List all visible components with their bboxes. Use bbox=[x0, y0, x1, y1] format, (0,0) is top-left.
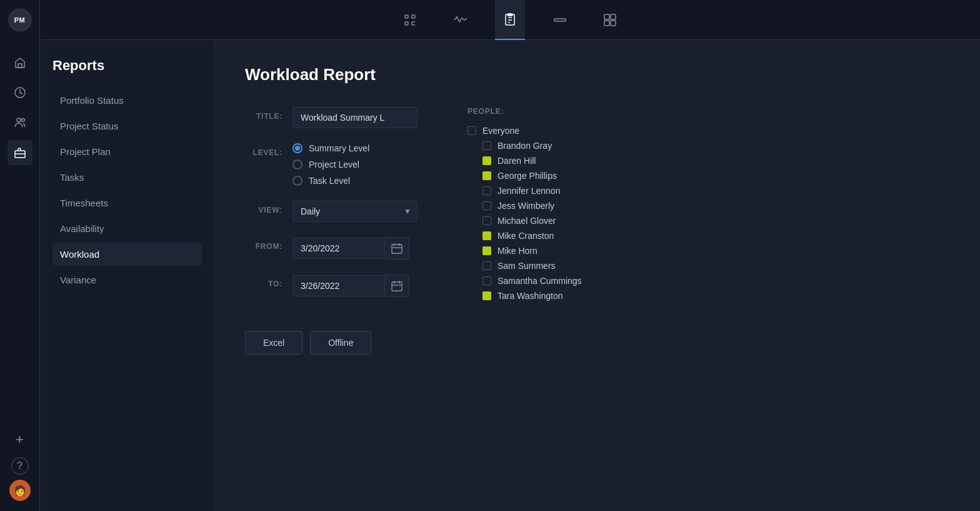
to-label: TO: bbox=[245, 275, 282, 288]
level-summary-label: Summary Level bbox=[309, 143, 369, 153]
svg-rect-10 bbox=[508, 14, 512, 16]
svg-point-18 bbox=[17, 118, 21, 122]
svg-rect-12 bbox=[604, 14, 609, 19]
clock-icon[interactable] bbox=[8, 80, 32, 105]
home-icon[interactable] bbox=[8, 50, 32, 75]
from-date-input[interactable] bbox=[292, 238, 385, 259]
top-nav: PM bbox=[0, 0, 980, 40]
person-jennifer-lennon[interactable]: Jennifer Lennon bbox=[468, 186, 642, 196]
scan-icon[interactable] bbox=[395, 0, 425, 40]
sam-summers-name: Sam Summers bbox=[498, 261, 556, 271]
add-icon[interactable]: + bbox=[8, 427, 32, 452]
sam-summers-checkbox[interactable] bbox=[482, 261, 491, 270]
svg-rect-16 bbox=[18, 64, 22, 68]
reports-title: Reports bbox=[52, 58, 202, 74]
to-date-input[interactable] bbox=[292, 275, 385, 296]
radio-summary-indicator bbox=[292, 143, 302, 153]
michael-glover-checkbox[interactable] bbox=[482, 216, 491, 225]
mike-horn-color bbox=[482, 246, 491, 255]
from-row: FROM: bbox=[245, 237, 418, 260]
main-area: + ? 🧑 Reports Portfolio Status Project S… bbox=[0, 40, 980, 511]
level-summary[interactable]: Summary Level bbox=[292, 143, 369, 153]
from-label: FROM: bbox=[245, 237, 282, 251]
person-daren-hill[interactable]: Daren Hill bbox=[468, 156, 642, 166]
person-mike-cranston[interactable]: Mike Cranston bbox=[468, 231, 642, 241]
level-radio-group: Summary Level Project Level Task Level bbox=[292, 143, 369, 186]
brandon-gray-name: Brandon Gray bbox=[498, 141, 552, 151]
level-project[interactable]: Project Level bbox=[292, 159, 369, 169]
reports-sidebar: Reports Portfolio Status Project Status … bbox=[40, 40, 215, 511]
activity-icon[interactable] bbox=[445, 0, 475, 40]
sidebar-item-project-plan[interactable]: Project Plan bbox=[52, 140, 202, 163]
person-sam-summers[interactable]: Sam Summers bbox=[468, 261, 642, 271]
mike-cranston-color bbox=[482, 231, 491, 240]
sidebar-bottom: + ? 🧑 bbox=[8, 427, 32, 511]
person-george-phillips[interactable]: George Phillips bbox=[468, 171, 642, 181]
tara-washington-color bbox=[482, 291, 491, 300]
person-mike-horn[interactable]: Mike Horn bbox=[468, 246, 642, 256]
sidebar-item-timesheets[interactable]: Timesheets bbox=[52, 191, 202, 215]
svg-rect-26 bbox=[392, 282, 402, 291]
title-input[interactable] bbox=[292, 107, 418, 128]
top-nav-icons bbox=[40, 0, 980, 40]
sidebar-item-project-status[interactable]: Project Status bbox=[52, 114, 202, 138]
from-calendar-icon[interactable] bbox=[385, 237, 409, 260]
radio-task-indicator bbox=[292, 176, 302, 186]
jess-wimberly-checkbox[interactable] bbox=[482, 201, 491, 210]
sidebar-item-tasks[interactable]: Tasks bbox=[52, 166, 202, 189]
svg-rect-11 bbox=[554, 19, 566, 21]
from-date-wrap bbox=[292, 237, 409, 260]
george-phillips-name: George Phillips bbox=[498, 171, 557, 181]
sidebar-item-portfolio-status[interactable]: Portfolio Status bbox=[52, 89, 202, 112]
everyone-label: Everyone bbox=[482, 126, 519, 136]
layout-icon[interactable] bbox=[595, 0, 625, 40]
app-logo[interactable]: PM bbox=[0, 0, 40, 40]
view-select-wrap: Daily Weekly Monthly ▼ bbox=[292, 201, 418, 222]
sidebar-item-variance[interactable]: Variance bbox=[52, 268, 202, 291]
level-task[interactable]: Task Level bbox=[292, 176, 369, 186]
to-calendar-icon[interactable] bbox=[385, 275, 409, 297]
title-label: TITLE: bbox=[245, 107, 282, 121]
level-label: LEVEL: bbox=[245, 143, 282, 157]
svg-rect-13 bbox=[611, 14, 616, 19]
svg-rect-22 bbox=[392, 245, 402, 253]
samantha-cummings-name: Samantha Cummings bbox=[498, 276, 582, 286]
people-icon[interactable] bbox=[8, 110, 32, 135]
clipboard-icon[interactable] bbox=[495, 0, 525, 40]
person-michael-glover[interactable]: Michael Glover bbox=[468, 216, 642, 226]
person-everyone[interactable]: Everyone bbox=[468, 126, 642, 136]
svg-point-19 bbox=[21, 119, 24, 122]
user-avatar[interactable]: 🧑 bbox=[9, 480, 31, 501]
offline-button[interactable]: Offline bbox=[310, 331, 371, 355]
content-area: Workload Report TITLE: LEVEL: Summary Le… bbox=[215, 40, 980, 511]
radio-project-indicator bbox=[292, 159, 302, 169]
sidebar-item-workload[interactable]: Workload bbox=[52, 243, 202, 266]
mike-cranston-name: Mike Cranston bbox=[498, 231, 554, 241]
sidebar-item-availability[interactable]: Availability bbox=[52, 217, 202, 240]
level-project-label: Project Level bbox=[309, 159, 359, 169]
people-label: PEOPLE: bbox=[468, 107, 642, 116]
svg-rect-0 bbox=[405, 15, 408, 18]
samantha-cummings-checkbox[interactable] bbox=[482, 276, 491, 285]
person-samantha-cummings[interactable]: Samantha Cummings bbox=[468, 276, 642, 286]
help-icon[interactable]: ? bbox=[11, 457, 29, 475]
button-row: Excel Offline bbox=[245, 331, 950, 355]
to-row: TO: bbox=[245, 275, 418, 297]
brandon-gray-checkbox[interactable] bbox=[482, 141, 491, 150]
people-section: PEOPLE: Everyone Brandon Gray bbox=[468, 107, 642, 301]
minus-icon[interactable] bbox=[545, 0, 575, 40]
person-brandon-gray[interactable]: Brandon Gray bbox=[468, 141, 642, 151]
daren-hill-color bbox=[482, 156, 491, 165]
excel-button[interactable]: Excel bbox=[245, 331, 302, 355]
jess-wimberly-name: Jess Wimberly bbox=[498, 201, 554, 211]
svg-rect-15 bbox=[611, 21, 616, 26]
person-jess-wimberly[interactable]: Jess Wimberly bbox=[468, 201, 642, 211]
everyone-checkbox[interactable] bbox=[468, 126, 476, 135]
person-tara-washington[interactable]: Tara Washington bbox=[468, 291, 642, 301]
view-select[interactable]: Daily Weekly Monthly bbox=[292, 201, 418, 222]
view-row: VIEW: Daily Weekly Monthly ▼ bbox=[245, 201, 418, 222]
briefcase-icon[interactable] bbox=[8, 140, 32, 165]
jennifer-lennon-checkbox[interactable] bbox=[482, 186, 491, 195]
level-row: LEVEL: Summary Level Project Level Ta bbox=[245, 143, 418, 186]
page-title: Workload Report bbox=[245, 65, 950, 84]
